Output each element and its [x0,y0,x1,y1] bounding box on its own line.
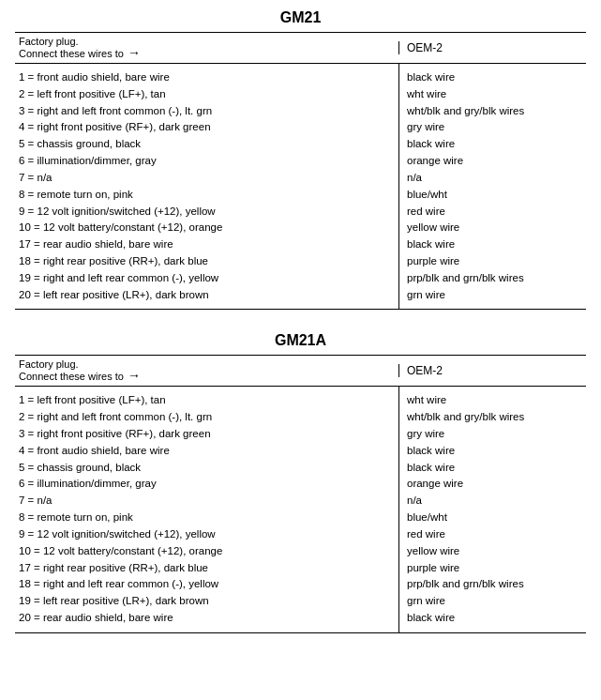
right-item-gm21-8: red wire [407,204,578,221]
left-item-gm21-2: 3 = right and left front common (-), lt.… [19,103,395,120]
left-item-gm21a-10: 17 = right rear positive (RR+), dark blu… [19,560,395,577]
left-item-gm21a-2: 3 = right front positive (RF+), dark gre… [19,426,395,443]
col-left-gm21: 1 = front audio shield, bare wire2 = lef… [15,64,398,309]
left-item-gm21a-0: 1 = left front positive (LF+), tan [19,392,395,409]
header-right-gm21: OEM-2 [398,41,586,54]
left-item-gm21-11: 18 = right rear positive (RR+), dark blu… [19,253,395,270]
right-item-gm21-6: n/a [407,170,578,187]
left-item-gm21-10: 17 = rear audio shield, bare wire [19,236,395,253]
data-rows-gm21: 1 = front audio shield, bare wire2 = lef… [15,64,586,310]
section-title-gm21: GM21 [15,9,586,26]
left-item-gm21-9: 10 = 12 volt battery/constant (+12), ora… [19,220,395,236]
right-item-gm21a-11: prp/blk and grn/blk wires [407,576,578,593]
header-arrow-row-gm21a: Connect these wires to→ [19,370,398,383]
left-item-gm21-4: 5 = chassis ground, black [19,136,395,153]
col-left-gm21a: 1 = left front positive (LF+), tan2 = ri… [15,387,398,632]
left-item-gm21-0: 1 = front audio shield, bare wire [19,69,395,86]
left-item-gm21-6: 7 = n/a [19,170,395,187]
left-item-gm21a-11: 18 = right and left rear common (-), yel… [19,576,395,593]
header-factory-plug-gm21a: Factory plug. [19,358,398,370]
left-item-gm21a-6: 7 = n/a [19,493,395,510]
right-item-gm21-4: black wire [407,136,578,153]
right-item-gm21a-1: wht/blk and gry/blk wires [407,409,578,426]
left-item-gm21-12: 19 = right and left rear common (-), yel… [19,270,395,287]
header-row-gm21a: Factory plug.Connect these wires to→OEM-… [15,355,586,387]
page: GM21Factory plug.Connect these wires to→… [0,0,601,665]
right-item-gm21a-2: gry wire [407,426,578,443]
header-right-gm21a: OEM-2 [398,364,586,377]
left-item-gm21a-12: 19 = left rear positive (LR+), dark brow… [19,593,395,610]
right-item-gm21a-6: n/a [407,493,578,510]
right-item-gm21a-10: purple wire [407,560,578,577]
left-item-gm21a-9: 10 = 12 volt battery/constant (+12), ora… [19,543,395,560]
left-item-gm21a-3: 4 = front audio shield, bare wire [19,443,395,460]
right-item-gm21-12: prp/blk and grn/blk wires [407,270,578,287]
left-item-gm21-1: 2 = left front positive (LF+), tan [19,86,395,103]
left-item-gm21-7: 8 = remote turn on, pink [19,187,395,204]
right-item-gm21a-0: wht wire [407,392,578,409]
left-item-gm21a-4: 5 = chassis ground, black [19,460,395,477]
header-arrow-row-gm21: Connect these wires to→ [19,47,398,60]
right-item-gm21-9: yellow wire [407,220,578,236]
right-item-gm21-2: wht/blk and gry/blk wires [407,103,578,120]
col-right-gm21: black wirewht wirewht/blk and gry/blk wi… [398,64,586,309]
left-item-gm21a-8: 9 = 12 volt ignition/switched (+12), yel… [19,526,395,543]
right-item-gm21-5: orange wire [407,153,578,170]
left-item-gm21-13: 20 = left rear positive (LR+), dark brow… [19,287,395,304]
left-item-gm21a-5: 6 = illumination/dimmer, gray [19,476,395,493]
data-rows-gm21a: 1 = left front positive (LF+), tan2 = ri… [15,387,586,632]
right-item-gm21a-13: black wire [407,610,578,627]
right-item-gm21a-8: red wire [407,526,578,543]
right-item-gm21a-9: yellow wire [407,543,578,560]
right-item-gm21a-4: black wire [407,460,578,477]
section-gm21a: GM21AFactory plug.Connect these wires to… [15,332,586,632]
header-arrow-icon-gm21a: → [128,368,141,383]
left-item-gm21-8: 9 = 12 volt ignition/switched (+12), yel… [19,204,395,221]
left-item-gm21a-13: 20 = rear audio shield, bare wire [19,610,395,627]
header-row-gm21: Factory plug.Connect these wires to→OEM-… [15,32,586,64]
section-title-gm21a: GM21A [15,332,586,349]
header-factory-plug-gm21: Factory plug. [19,36,398,47]
col-right-gm21a: wht wirewht/blk and gry/blk wiresgry wir… [398,387,586,632]
left-item-gm21-3: 4 = right front positive (RF+), dark gre… [19,119,395,136]
right-item-gm21-10: black wire [407,236,578,253]
right-item-gm21-7: blue/wht [407,187,578,204]
header-connect-text-gm21: Connect these wires to [19,48,124,59]
right-item-gm21a-7: blue/wht [407,510,578,526]
header-left-gm21: Factory plug.Connect these wires to→ [15,36,398,60]
header-arrow-icon-gm21: → [128,45,141,60]
header-left-gm21a: Factory plug.Connect these wires to→ [15,358,398,383]
right-item-gm21a-12: grn wire [407,593,578,610]
right-item-gm21-13: grn wire [407,287,578,304]
right-item-gm21-3: gry wire [407,119,578,136]
right-item-gm21a-5: orange wire [407,476,578,493]
left-item-gm21a-7: 8 = remote turn on, pink [19,510,395,526]
right-item-gm21-0: black wire [407,69,578,86]
header-connect-text-gm21a: Connect these wires to [19,371,124,382]
right-item-gm21-1: wht wire [407,86,578,103]
section-gm21: GM21Factory plug.Connect these wires to→… [15,9,586,310]
right-item-gm21a-3: black wire [407,443,578,460]
left-item-gm21a-1: 2 = right and left front common (-), lt.… [19,409,395,426]
left-item-gm21-5: 6 = illumination/dimmer, gray [19,153,395,170]
right-item-gm21-11: purple wire [407,253,578,270]
